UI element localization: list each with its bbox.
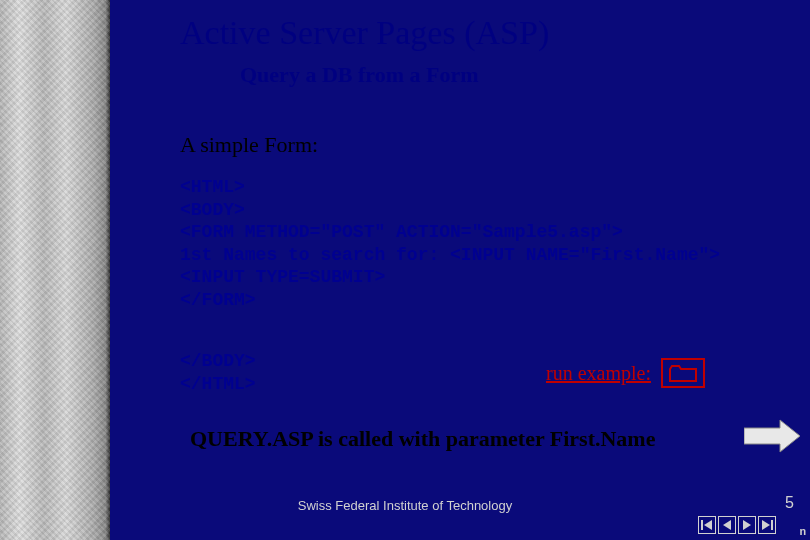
svg-marker-5 (762, 520, 770, 530)
skip-last-icon (761, 519, 773, 531)
page-subtitle: Query a DB from a Form (240, 62, 780, 88)
svg-marker-3 (723, 520, 731, 530)
nav-first-button[interactable] (698, 516, 716, 534)
footer-institution: Swiss Federal Institute of Technology (0, 498, 810, 513)
triangle-left-icon (721, 519, 733, 531)
svg-marker-2 (704, 520, 712, 530)
folder-icon (669, 364, 697, 382)
skip-first-icon (701, 519, 713, 531)
run-example-group: run example: (546, 358, 705, 388)
nav-controls (698, 516, 776, 534)
code-snippet-main: <HTML> <BODY> <FORM METHOD="POST" ACTION… (180, 176, 790, 311)
svg-rect-6 (771, 520, 773, 530)
triangle-right-icon (741, 519, 753, 531)
page-title: Active Server Pages (ASP) (180, 14, 780, 52)
header-block: Active Server Pages (ASP) Query a DB fro… (180, 14, 780, 88)
nav-next-button[interactable] (738, 516, 756, 534)
decorative-sidebar (0, 0, 110, 540)
run-example-icon-box[interactable] (661, 358, 705, 388)
code-snippet-closing: </BODY> </HTML> (180, 350, 256, 395)
nav-prev-button[interactable] (718, 516, 736, 534)
arrow-right-icon (744, 418, 800, 454)
slide-number: 5 (785, 494, 794, 512)
run-example-link[interactable]: run example: (546, 362, 651, 385)
section-heading: A simple Form: (180, 132, 318, 158)
corner-mark: n (799, 526, 806, 538)
svg-rect-1 (701, 520, 703, 530)
svg-marker-4 (743, 520, 751, 530)
result-text: QUERY.ASP is called with parameter First… (190, 426, 655, 452)
svg-marker-0 (744, 420, 800, 452)
nav-last-button[interactable] (758, 516, 776, 534)
